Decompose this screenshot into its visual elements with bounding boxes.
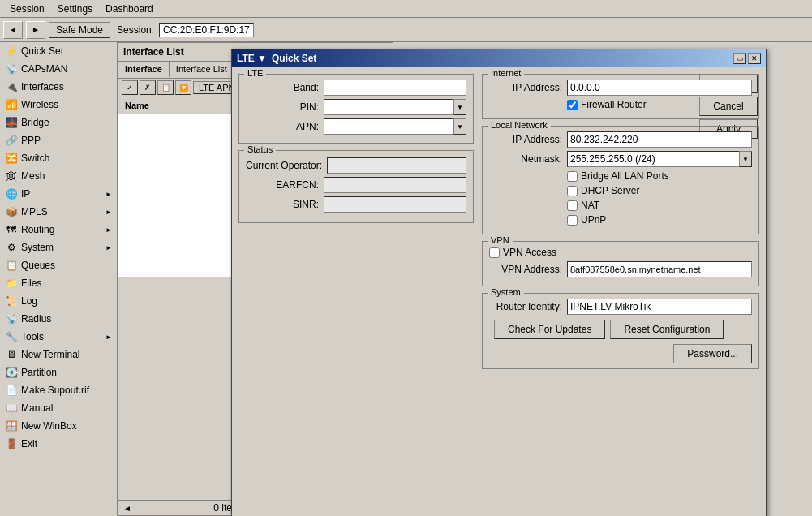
sidebar-item-wireless[interactable]: 📶 Wireless bbox=[0, 96, 117, 114]
sidebar-item-exit[interactable]: 🚪 Exit bbox=[0, 435, 117, 453]
sidebar-item-ip[interactable]: 🌐 IP ► bbox=[0, 185, 117, 203]
sidebar-item-system[interactable]: ⚙ System ► bbox=[0, 239, 117, 256]
sidebar-item-new-terminal[interactable]: 🖥 New Terminal bbox=[0, 346, 117, 363]
pin-dropdown[interactable]: ▼ bbox=[453, 99, 466, 115]
col-name: Name bbox=[118, 99, 232, 112]
dialog-titlebar-buttons: ▭ ✕ bbox=[733, 53, 761, 64]
log-icon: 📜 bbox=[5, 295, 18, 307]
sidebar-item-label: Mesh bbox=[21, 170, 45, 182]
menu-session[interactable]: Session bbox=[3, 2, 51, 16]
make-supout-icon: 📄 bbox=[5, 384, 18, 397]
sinr-input[interactable] bbox=[324, 196, 466, 213]
sidebar-item-label: MPLS bbox=[21, 206, 48, 217]
dhcp-row: DHCP Server bbox=[567, 185, 752, 196]
netmask-input[interactable] bbox=[567, 151, 739, 167]
sidebar-item-label: Switch bbox=[21, 153, 49, 164]
sidebar-item-label: CAPsMAN bbox=[21, 63, 67, 75]
sidebar-item-radius[interactable]: 📡 Radius bbox=[0, 310, 117, 328]
sidebar-item-partition[interactable]: 💽 Partition bbox=[0, 363, 117, 381]
tab-interface[interactable]: Interface bbox=[118, 62, 170, 78]
menu-bar: Session Settings Dashboard bbox=[0, 0, 812, 18]
cross-btn[interactable]: ✗ bbox=[140, 80, 156, 95]
dhcp-server-checkbox[interactable] bbox=[567, 186, 578, 196]
scroll-left-icon[interactable]: ◄ bbox=[123, 504, 131, 513]
firewall-router-checkbox[interactable] bbox=[567, 100, 578, 110]
sidebar-item-quick-set[interactable]: ⚡ Quick Set bbox=[0, 42, 117, 60]
local-ip-input[interactable] bbox=[567, 131, 752, 148]
sidebar-item-tools[interactable]: 🔧 Tools ► bbox=[0, 328, 117, 346]
upnp-checkbox[interactable] bbox=[567, 215, 578, 226]
copy-btn[interactable]: 📋 bbox=[157, 80, 174, 95]
operator-row: Current Operator: bbox=[246, 157, 466, 174]
vpn-address-input[interactable] bbox=[567, 261, 752, 277]
sidebar-item-label: Tools bbox=[21, 331, 44, 342]
tab-interface-list[interactable]: Interface List bbox=[170, 62, 234, 78]
filter-btn[interactable]: 🔽 bbox=[175, 80, 191, 95]
apn-dropdown[interactable]: ▼ bbox=[453, 118, 466, 135]
password-button[interactable]: Password... bbox=[673, 344, 752, 363]
menu-dashboard[interactable]: Dashboard bbox=[99, 2, 160, 16]
nat-checkbox[interactable] bbox=[567, 200, 578, 211]
sidebar-item-new-winbox[interactable]: 🪟 New WinBox bbox=[0, 417, 117, 435]
internet-section-title: Internet bbox=[488, 68, 524, 78]
netmask-dropdown[interactable]: ▼ bbox=[739, 151, 752, 167]
earfcn-input[interactable] bbox=[324, 177, 466, 193]
local-ip-label: IP Address: bbox=[489, 134, 562, 145]
sidebar-item-label: System bbox=[21, 242, 54, 253]
files-icon: 📁 bbox=[5, 277, 18, 290]
apn-label: APN: bbox=[246, 121, 319, 132]
sidebar-item-mpls[interactable]: 📦 MPLS ► bbox=[0, 203, 117, 221]
nat-label: NAT bbox=[581, 200, 599, 211]
dialog-restore-button[interactable]: ▭ bbox=[733, 53, 746, 64]
dialog-titlebar: LTE ▼ Quick Set ▭ ✕ bbox=[232, 49, 766, 67]
band-input[interactable] bbox=[324, 80, 466, 96]
sidebar-item-queues[interactable]: 📋 Queues bbox=[0, 256, 117, 274]
check-updates-button[interactable]: Check For Updates bbox=[494, 320, 605, 339]
vpn-access-checkbox[interactable] bbox=[489, 247, 500, 258]
ip-icon: 🌐 bbox=[5, 187, 18, 200]
wireless-icon: 📶 bbox=[5, 98, 18, 111]
new-winbox-icon: 🪟 bbox=[5, 419, 18, 432]
router-identity-input[interactable] bbox=[567, 299, 752, 315]
pin-label: PIN: bbox=[246, 101, 319, 113]
sidebar-item-interfaces[interactable]: 🔌 Interfaces bbox=[0, 78, 117, 96]
dialog-body: LTE Band: PIN: ▼ bbox=[232, 67, 766, 471]
sidebar-item-routing[interactable]: 🗺 Routing ► bbox=[0, 221, 117, 239]
sidebar-item-capsman[interactable]: 📡 CAPsMAN bbox=[0, 60, 117, 78]
dialog-close-button[interactable]: ✕ bbox=[748, 53, 761, 64]
pin-row: PIN: ▼ bbox=[246, 99, 466, 115]
sidebar-item-label: Queues bbox=[21, 260, 55, 271]
quick-set-icon: ⚡ bbox=[5, 45, 18, 58]
new-terminal-icon: 🖥 bbox=[5, 348, 18, 361]
sidebar-item-files[interactable]: 📁 Files bbox=[0, 274, 117, 292]
forward-button[interactable]: ► bbox=[26, 21, 45, 39]
sidebar-item-mesh[interactable]: 🕸 Mesh bbox=[0, 167, 117, 185]
internet-ip-input[interactable] bbox=[567, 80, 752, 96]
safe-mode-button[interactable]: Safe Mode bbox=[49, 22, 110, 38]
sidebar-item-make-supout[interactable]: 📄 Make Supout.rif bbox=[0, 381, 117, 399]
arrow-icon: ► bbox=[105, 244, 112, 252]
dialog-title: Quick Set bbox=[272, 53, 316, 64]
reset-config-button[interactable]: Reset Configuration bbox=[610, 320, 724, 339]
check-btn[interactable]: ✓ bbox=[122, 80, 138, 95]
sidebar-item-label: Radius bbox=[21, 313, 51, 325]
operator-label: Current Operator: bbox=[246, 160, 322, 171]
sidebar-item-bridge[interactable]: 🌉 Bridge bbox=[0, 114, 117, 131]
sidebar-item-switch[interactable]: 🔀 Switch bbox=[0, 149, 117, 167]
bridge-lan-checkbox[interactable] bbox=[567, 171, 578, 182]
sidebar: ⚡ Quick Set 📡 CAPsMAN 🔌 Interfaces 📶 Wir… bbox=[0, 42, 118, 516]
dhcp-server-label: DHCP Server bbox=[581, 185, 639, 196]
pin-input[interactable] bbox=[324, 99, 453, 115]
bridge-lan-row: Bridge All LAN Ports bbox=[567, 170, 752, 182]
back-button[interactable]: ◄ bbox=[3, 21, 23, 39]
arrow-icon: ► bbox=[105, 226, 112, 234]
dialog-tab-indicator: LTE ▼ bbox=[237, 53, 267, 64]
sidebar-item-log[interactable]: 📜 Log bbox=[0, 292, 117, 310]
menu-settings[interactable]: Settings bbox=[51, 2, 99, 16]
sidebar-item-manual[interactable]: 📖 Manual bbox=[0, 399, 117, 417]
operator-input[interactable] bbox=[327, 157, 466, 174]
sidebar-item-ppp[interactable]: 🔗 PPP bbox=[0, 131, 117, 149]
firewall-router-row: Firewall Router bbox=[567, 99, 752, 110]
apn-row: APN: ▼ bbox=[246, 118, 466, 135]
apn-input[interactable] bbox=[324, 118, 453, 135]
